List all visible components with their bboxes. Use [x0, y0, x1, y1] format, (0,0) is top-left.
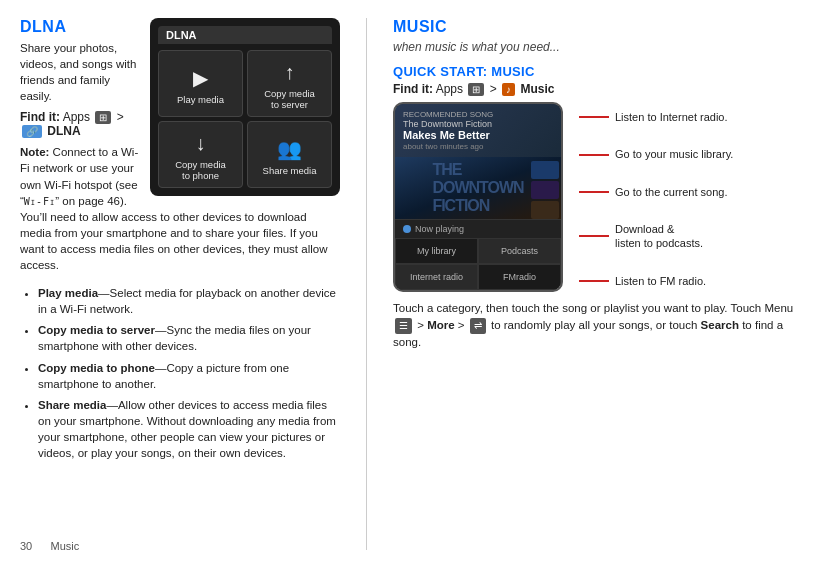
music-subtitle: when music is what you need...: [393, 40, 803, 54]
bullet-term-3: Copy media to phone: [38, 362, 155, 374]
dlna-play-label: Play media: [177, 94, 224, 105]
bullet-term-1: Play media: [38, 287, 98, 299]
callout-line-1: [579, 116, 609, 118]
callout-line-3: [579, 191, 609, 193]
album-art: THEDOWNTOWNFICTION: [395, 157, 561, 219]
rec-label: Recommended song: [403, 110, 553, 119]
share-icon: 👥: [277, 137, 302, 161]
dlna-grid: ▶ Play media ↑ Copy mediato server ↓ Cop…: [158, 50, 332, 188]
music-find-arrow: >: [490, 82, 497, 96]
dlna-cell-copy-phone: ↓ Copy mediato phone: [158, 121, 243, 188]
now-playing-label: Now playing: [415, 224, 464, 234]
time-ago: about two minutes ago: [403, 142, 553, 151]
callout-1: Listen to Internet radio.: [579, 110, 803, 124]
song-name: Makes Me Better: [403, 129, 553, 142]
search-label: Search: [701, 319, 739, 331]
music-nav-grid: My library Podcasts Internet radio FMrad…: [395, 238, 561, 290]
callout-line-2: [579, 154, 609, 156]
list-item: Copy media to server—Sync the media file…: [38, 322, 340, 354]
album-art-text: THEDOWNTOWNFICTION: [432, 161, 523, 215]
callout-text-2: Go to your music library.: [615, 147, 733, 161]
find-it-arrow: >: [117, 110, 124, 124]
music-find-it: Find it: Apps ⊞ > ♪ Music: [393, 82, 803, 96]
touch-desc-3: to randomly play all your songs, or touc…: [491, 319, 701, 331]
podcasts-cell[interactable]: Podcasts: [478, 238, 561, 264]
internet-radio-cell[interactable]: Internet radio: [395, 264, 478, 290]
callout-line-4: [579, 235, 609, 237]
thumb-2: [531, 181, 559, 199]
apps-icon: ⊞: [95, 111, 111, 124]
callout-2: Go to your music library.: [579, 147, 803, 161]
upload-icon: ↑: [285, 61, 295, 84]
find-it-dlna: DLNA: [47, 124, 80, 138]
music-find-it-label: Find it:: [393, 82, 433, 96]
dlna-cell-copy-server: ↑ Copy mediato server: [247, 50, 332, 117]
touch-desc-arrow: >: [417, 319, 427, 331]
list-item: Play media—Select media for playback on …: [38, 285, 340, 317]
bullet-list: Play media—Select media for playback on …: [20, 285, 340, 461]
thumb-1: [531, 161, 559, 179]
music-title: MUSIC: [393, 18, 803, 36]
dlna-screenshot-box: DLNA ▶ Play media ↑ Copy mediato server …: [150, 18, 340, 196]
shuffle-icon: ⇌: [470, 318, 486, 335]
touch-desc-text: Touch a category, then touch the song or…: [393, 302, 793, 314]
thumb-3: [531, 201, 559, 219]
dlna-phone-label: Copy mediato phone: [175, 159, 226, 181]
callout-text-5: Listen to FM radio.: [615, 274, 706, 288]
bullet-term-2: Copy media to server: [38, 324, 155, 336]
music-apps-icon: ⊞: [468, 83, 484, 96]
callout-3: Go to the current song.: [579, 185, 803, 199]
music-find-item: Music: [520, 82, 554, 96]
bullet-term-4: Share media: [38, 399, 106, 411]
song-artist: The Downtown Fiction: [403, 119, 553, 129]
side-thumbnails: [531, 161, 559, 219]
dlna-app-icon: 🔗: [22, 125, 42, 138]
download-icon: ↓: [196, 132, 206, 155]
music-screen-section: Recommended song The Downtown Fiction Ma…: [393, 102, 803, 292]
more-label: More: [427, 319, 454, 331]
music-find-it-apps: Apps: [436, 82, 463, 96]
list-item: Copy media to phone—Copy a picture from …: [38, 360, 340, 392]
dlna-cell-share: 👥 Share media: [247, 121, 332, 188]
callout-5: Listen to FM radio.: [579, 274, 803, 288]
callout-text-1: Listen to Internet radio.: [615, 110, 728, 124]
touch-description: Touch a category, then touch the song or…: [393, 300, 803, 351]
page-label: Music: [51, 540, 80, 552]
dlna-cell-play: ▶ Play media: [158, 50, 243, 117]
page-num-value: 30: [20, 540, 32, 552]
page-number: 30 Music: [20, 540, 79, 552]
dlna-server-label: Copy mediato server: [264, 88, 315, 110]
list-item: Share media—Allow other devices to acces…: [38, 397, 340, 461]
screen-inner: Recommended song The Downtown Fiction Ma…: [395, 104, 561, 290]
now-playing-dot: [403, 225, 411, 233]
menu-icon: ☰: [395, 318, 412, 335]
right-column: MUSIC when music is what you need... QUI…: [393, 18, 803, 550]
fm-radio-cell[interactable]: FMradio: [478, 264, 561, 290]
find-it-label: Find it:: [20, 110, 60, 124]
callout-text-4: Download &listen to podcasts.: [615, 222, 703, 251]
note-label: Note:: [20, 146, 49, 158]
callout-section: Listen to Internet radio. Go to your mus…: [579, 102, 803, 292]
dlna-box-title: DLNA: [158, 26, 332, 44]
music-phone-screen: Recommended song The Downtown Fiction Ma…: [393, 102, 563, 292]
music-app-icon: ♪: [502, 83, 515, 96]
library-cell[interactable]: My library: [395, 238, 478, 264]
now-playing-row: Now playing: [395, 219, 561, 238]
callout-text-3: Go to the current song.: [615, 185, 728, 199]
dlna-share-label: Share media: [263, 165, 317, 176]
touch-desc-gt2: >: [458, 319, 468, 331]
column-divider: [366, 18, 367, 550]
play-icon: ▶: [193, 66, 208, 90]
left-column: DLNA ▶ Play media ↑ Copy mediato server …: [20, 18, 340, 550]
callout-line-5: [579, 280, 609, 282]
find-it-apps: Apps: [63, 110, 90, 124]
quick-start-title: QUICK START: MUSIC: [393, 64, 803, 79]
callout-4: Download &listen to podcasts.: [579, 222, 803, 251]
recommended-section: Recommended song The Downtown Fiction Ma…: [395, 104, 561, 157]
